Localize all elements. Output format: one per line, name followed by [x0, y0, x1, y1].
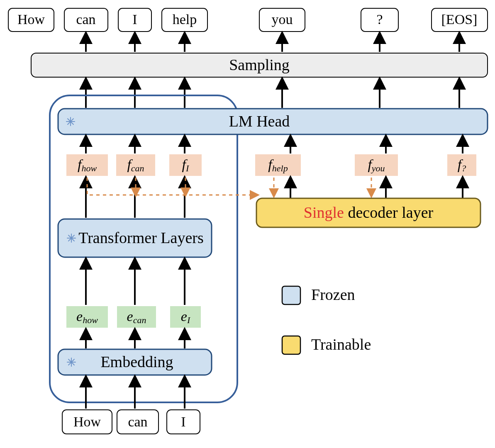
e-chip: ecan	[117, 306, 156, 328]
lm-head-label: LM Head	[229, 112, 290, 130]
lm-head-block: LM Head	[58, 109, 488, 134]
output-token: I	[118, 8, 151, 32]
token-label: How	[73, 414, 101, 429]
snowflake-icon	[66, 117, 75, 126]
f-chip: fcan	[116, 154, 155, 176]
legend-frozen-label: Frozen	[311, 286, 355, 303]
legend-frozen-swatch	[282, 286, 300, 304]
input-token: I	[167, 410, 200, 434]
embedding-block: Embedding	[58, 349, 212, 375]
input-token: can	[117, 410, 158, 434]
embedding-label: Embedding	[100, 353, 173, 370]
diagram-canvas: How can I help you ? [EOS]	[0, 0, 495, 448]
output-token: can	[64, 8, 108, 32]
f-chip: fhelp	[255, 154, 301, 176]
f-chip: fyou	[355, 154, 398, 176]
sampling-label: Sampling	[229, 56, 290, 73]
arrow-dashed	[87, 178, 257, 195]
input-token-row: How can I	[62, 410, 200, 434]
output-token: How	[8, 8, 54, 32]
output-token: ?	[361, 8, 398, 32]
legend-trainable-swatch	[282, 336, 300, 354]
token-label: help	[173, 12, 197, 27]
legend-trainable-label: Trainable	[311, 336, 371, 353]
snowflake-icon	[67, 358, 76, 366]
token-label: can	[76, 12, 95, 27]
e-chip-row: ehow ecan eI	[66, 306, 201, 328]
e-chip: eI	[170, 306, 201, 328]
token-label: I	[181, 414, 185, 429]
transformer-layers-label: Transformer Layers	[78, 229, 203, 246]
decoder-layer-label: Single decoder layer	[304, 204, 434, 221]
token-label: ?	[376, 12, 383, 27]
f-chip-row: fhow fcan fI fhelp fyou f?	[66, 154, 476, 176]
f-chip: fhow	[66, 154, 108, 176]
decoder-layer-block: Single decoder layer	[256, 198, 480, 227]
token-label: How	[17, 12, 45, 27]
output-token-row: How can I help you ? [EOS]	[8, 8, 488, 32]
legend: Frozen Trainable	[282, 286, 371, 354]
e-chip: ehow	[66, 306, 108, 328]
f-chip: fI	[169, 154, 202, 176]
output-token: [EOS]	[432, 8, 488, 32]
transformer-layers-block: Transformer Layers	[58, 219, 212, 257]
output-token: help	[162, 8, 207, 32]
output-token: you	[259, 8, 305, 32]
token-label: you	[272, 12, 293, 27]
f-chip: f?	[447, 154, 476, 176]
token-label: [EOS]	[441, 12, 478, 27]
snowflake-icon	[67, 234, 76, 242]
input-token: How	[62, 410, 112, 434]
token-label: can	[128, 414, 147, 429]
sampling-block: Sampling	[31, 53, 488, 77]
token-label: I	[132, 12, 137, 27]
